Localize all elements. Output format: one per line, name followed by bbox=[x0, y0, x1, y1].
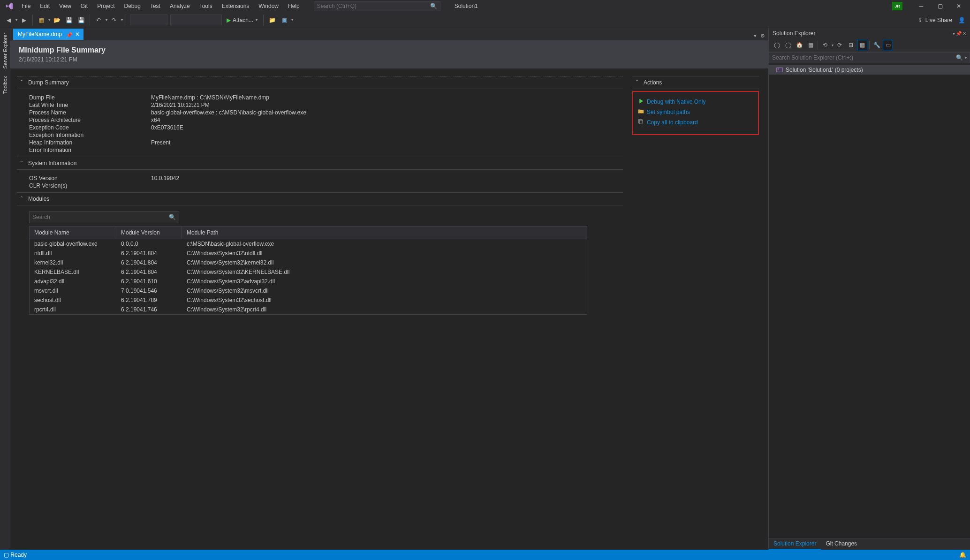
module-row[interactable]: rpcrt4.dll6.2.19041.746C:\Windows\System… bbox=[30, 305, 587, 314]
open-button[interactable]: 📂 bbox=[51, 15, 62, 26]
se-properties-button[interactable]: 🔧 bbox=[871, 40, 882, 50]
se-search-input[interactable] bbox=[772, 54, 956, 61]
search-icon: 🔍 bbox=[169, 214, 176, 220]
se-forward-button[interactable]: ◯ bbox=[783, 40, 793, 50]
live-share-label: Live Share bbox=[925, 17, 952, 23]
panel-pin-button[interactable]: 📌 bbox=[956, 31, 962, 36]
se-home-button[interactable]: 🏠 bbox=[794, 40, 804, 50]
menu-extensions[interactable]: Extensions bbox=[217, 1, 254, 11]
se-search-box[interactable]: 🔍▾ bbox=[769, 52, 970, 63]
module-name: basic-global-overflow.exe bbox=[30, 239, 116, 249]
menu-test[interactable]: Test bbox=[145, 1, 165, 11]
menu-help[interactable]: Help bbox=[283, 1, 304, 11]
action-set-symbol-paths[interactable]: Set symbol paths bbox=[638, 107, 753, 117]
nav-forward-button[interactable]: ▶ bbox=[18, 15, 30, 26]
se-back-button[interactable]: ◯ bbox=[772, 40, 782, 50]
actions-panel: Debug with Native OnlySet symbol pathsCo… bbox=[632, 91, 759, 135]
save-all-button[interactable]: 💾 bbox=[76, 15, 87, 26]
platform-combo[interactable] bbox=[170, 15, 222, 25]
summary-value: 0xE073616E bbox=[151, 124, 183, 131]
col-module-name[interactable]: Module Name bbox=[30, 227, 116, 239]
sysinfo-key: OS Version bbox=[29, 175, 151, 182]
tab-settings-button[interactable]: ⚙ bbox=[759, 32, 766, 40]
se-sync-button[interactable]: ⟲ bbox=[820, 40, 830, 50]
document-tab[interactable]: MyFileName.dmp 📌 ✕ bbox=[13, 29, 83, 40]
panel-tab-git-changes[interactable]: Git Changes bbox=[821, 538, 862, 550]
modules-search-input[interactable] bbox=[32, 214, 169, 220]
solution-root-node[interactable]: Solution 'Solution1' (0 projects) bbox=[769, 65, 970, 75]
panel-tab-solution-explorer[interactable]: Solution Explorer bbox=[769, 538, 821, 550]
module-row[interactable]: sechost.dll6.2.19041.789C:\Windows\Syste… bbox=[30, 295, 587, 305]
module-path: C:\Windows\System32\sechost.dll bbox=[182, 295, 587, 305]
col-module-path[interactable]: Module Path bbox=[182, 227, 587, 239]
toolbar-button[interactable]: ▣ bbox=[279, 15, 290, 26]
live-share-button[interactable]: ⇪ Live Share bbox=[918, 17, 952, 23]
module-version: 6.2.19041.610 bbox=[116, 277, 182, 286]
modules-search-box[interactable]: 🔍 bbox=[29, 211, 179, 223]
se-refresh-button[interactable]: ⟳ bbox=[834, 40, 845, 50]
action-debug-with-native-only[interactable]: Debug with Native Only bbox=[638, 97, 753, 107]
module-row[interactable]: advapi32.dll6.2.19041.610C:\Windows\Syst… bbox=[30, 277, 587, 286]
undo-button[interactable]: ↶ bbox=[93, 15, 104, 26]
summary-key: Error Information bbox=[29, 147, 151, 153]
search-icon: 🔍 bbox=[956, 54, 963, 61]
titlebar: FileEditViewGitProjectDebugTestAnalyzeTo… bbox=[0, 0, 970, 12]
folder-icon bbox=[638, 108, 644, 116]
module-row[interactable]: basic-global-overflow.exe0.0.0.0c:\MSDN\… bbox=[30, 239, 587, 249]
panel-close-button[interactable]: ✕ bbox=[962, 31, 966, 36]
summary-key: Dump File bbox=[29, 94, 151, 101]
module-row[interactable]: ntdll.dll6.2.19041.804C:\Windows\System3… bbox=[30, 249, 587, 258]
action-label: Copy all to clipboard bbox=[647, 119, 698, 126]
maximize-button[interactable]: ▢ bbox=[931, 0, 949, 12]
section-dump-summary[interactable]: Dump Summary bbox=[17, 76, 623, 89]
toolbar-user-button[interactable]: 👤 bbox=[956, 15, 967, 26]
close-window-button[interactable]: ✕ bbox=[949, 0, 968, 12]
svg-rect-2 bbox=[777, 68, 782, 72]
action-copy-all-to-clipboard[interactable]: Copy all to clipboard bbox=[638, 117, 753, 128]
menu-git[interactable]: Git bbox=[76, 1, 92, 11]
section-system-info[interactable]: System Information bbox=[17, 157, 623, 170]
menu-edit[interactable]: Edit bbox=[35, 1, 54, 11]
minidump-summary-page: Minidump File Summary 2/16/2021 10:12:21… bbox=[10, 40, 768, 550]
section-modules[interactable]: Modules bbox=[17, 192, 623, 205]
se-show-all-button[interactable]: ▦ bbox=[857, 40, 867, 50]
section-actions[interactable]: Actions bbox=[632, 76, 759, 89]
module-version: 6.2.19041.804 bbox=[116, 258, 182, 267]
config-combo[interactable] bbox=[130, 15, 167, 25]
rail-tab-toolbox[interactable]: Toolbox bbox=[1, 74, 9, 96]
module-row[interactable]: kernel32.dll6.2.19041.804C:\Windows\Syst… bbox=[30, 258, 587, 267]
minimize-button[interactable]: ─ bbox=[912, 0, 931, 12]
solution-explorer-panel: Solution Explorer ▾ 📌 ✕ ◯ ◯ 🏠 ▦ ⟲▾ ⟳ ⊟ ▦… bbox=[768, 28, 970, 550]
menu-file[interactable]: File bbox=[17, 1, 35, 11]
toolbar-button[interactable]: 📁 bbox=[266, 15, 278, 26]
menu-window[interactable]: Window bbox=[254, 1, 283, 11]
save-button[interactable]: 💾 bbox=[63, 15, 75, 26]
module-row[interactable]: KERNELBASE.dll6.2.19041.804C:\Windows\Sy… bbox=[30, 267, 587, 277]
close-tab-button[interactable]: ✕ bbox=[74, 31, 81, 38]
tab-overflow-button[interactable]: ▾ bbox=[752, 32, 758, 40]
se-collapse-button[interactable]: ⊟ bbox=[846, 40, 856, 50]
se-switch-views-button[interactable]: ▦ bbox=[805, 40, 816, 50]
module-row[interactable]: msvcrt.dll7.0.19041.546C:\Windows\System… bbox=[30, 286, 587, 295]
pin-icon[interactable]: 📌 bbox=[66, 32, 70, 37]
attach-button[interactable]: ▶ Attach... ▾ bbox=[224, 17, 260, 23]
nav-back-button[interactable]: ◀ bbox=[3, 15, 14, 26]
notifications-icon[interactable]: 🔔 bbox=[959, 552, 966, 558]
menu-tools[interactable]: Tools bbox=[195, 1, 217, 11]
quick-search-box[interactable]: 🔍 bbox=[314, 1, 440, 11]
se-preview-button[interactable]: ▭ bbox=[883, 40, 893, 50]
rail-tab-server-explorer[interactable]: Server Explorer bbox=[1, 31, 9, 70]
redo-button[interactable]: ↷ bbox=[108, 15, 120, 26]
quick-search-input[interactable] bbox=[317, 3, 430, 9]
user-badge[interactable]: JR bbox=[892, 2, 902, 10]
solution-root-label: Solution 'Solution1' (0 projects) bbox=[786, 67, 863, 73]
menu-view[interactable]: View bbox=[54, 1, 76, 11]
sysinfo-row: CLR Version(s) bbox=[29, 182, 623, 189]
document-tab-row: MyFileName.dmp 📌 ✕ ▾ ⚙ bbox=[10, 28, 768, 40]
menu-project[interactable]: Project bbox=[92, 1, 119, 11]
new-item-button[interactable]: ▦ bbox=[36, 15, 47, 26]
menu-analyze[interactable]: Analyze bbox=[165, 1, 195, 11]
panel-dropdown-button[interactable]: ▾ bbox=[953, 31, 955, 36]
col-module-version[interactable]: Module Version bbox=[116, 227, 182, 239]
menu-debug[interactable]: Debug bbox=[120, 1, 145, 11]
